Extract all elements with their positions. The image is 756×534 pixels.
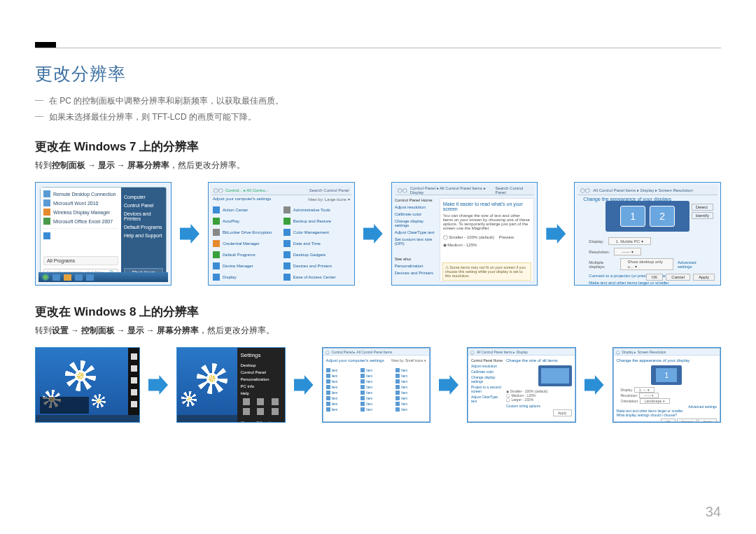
horizontal-rule (35, 48, 721, 48)
cp-item: Item (396, 402, 426, 406)
win8-heading: 更改在 Windows 8 上的分辨率 (35, 304, 721, 320)
win8-controlpanel-thumb: ◯Control Panel ▸ All Control Panel Items… (322, 347, 431, 423)
cp-item: Item (396, 385, 426, 389)
cp-item: Item (360, 374, 391, 378)
cp-item: Item (326, 391, 357, 395)
win7-subtext: 转到控制面板 → 显示 → 屏幕分辨率，然后更改分辨率。 (35, 160, 721, 171)
section-tab (35, 42, 56, 48)
arrow-icon (294, 375, 314, 395)
monitor-1-icon: 1 (620, 206, 645, 227)
cp-item: Item (360, 407, 391, 412)
page-title: 更改分辨率 (35, 62, 721, 85)
cp-item: Ease of Access Center (284, 273, 350, 282)
charms-bar (128, 348, 139, 422)
cp-item: Item (326, 385, 357, 389)
cp-item: Desktop Gadgets (284, 251, 350, 260)
cp-item: Date and Time (284, 239, 350, 248)
arrow-icon (546, 224, 566, 244)
cp-item: Item (360, 391, 391, 395)
clock-overlay (40, 397, 89, 414)
cp-item: Administrative Tools (284, 205, 350, 214)
win7-controlpanel-thumb: ◯◯Control... ▸ All Contro...Search Contr… (208, 182, 355, 286)
bullet-text: 在 PC 的控制面板中调整分辨率和刷新频率，以获取最佳画质。 (49, 95, 284, 107)
cp-item: Color Management (284, 227, 350, 237)
cp-item: Item (396, 374, 426, 378)
arrow-icon (363, 224, 383, 244)
cp-item: Backup and Restore (284, 216, 350, 225)
cp-item: Item (360, 385, 391, 389)
win7-heading: 更改在 Windows 7 上的分辨率 (35, 139, 721, 155)
cp-item: Item (326, 396, 357, 400)
bullet-text: 如果未选择最佳分辨率，则 TFT-LCD 的画质可能下降。 (49, 111, 256, 123)
win8-display-thumb: ◯All Control Panel Items ▸ Display Contr… (467, 347, 576, 423)
warning-banner: ⚠ Some items may not fit on your screen … (442, 262, 532, 281)
cp-item: Item (326, 368, 357, 372)
win8-subtext: 转到设置 → 控制面板 → 显示 → 屏幕分辨率，然后更改分辨率。 (35, 325, 721, 336)
win7-resolution-thumb: ◯◯All Control Panel Items ▸ Display ▸ Sc… (574, 182, 721, 286)
cp-item: Item (360, 368, 391, 372)
startmenu-item: Wireless Display Manager (43, 209, 118, 216)
startmenu-ie (43, 232, 118, 239)
cp-item: Item (360, 396, 391, 400)
cp-item: Device Manager (213, 262, 279, 271)
cp-item: Item (396, 368, 426, 372)
cp-item: Display (213, 273, 279, 282)
cp-item: Item (326, 407, 357, 412)
intro-bullets: 在 PC 的控制面板中调整分辨率和刷新频率，以获取最佳画质。 如果未选择最佳分辨… (35, 95, 721, 123)
win8-flow: Settings Desktop Control Panel Personali… (35, 347, 721, 423)
monitor-preview: 1 2 (606, 201, 690, 232)
startmenu-item: Remote Desktop Connection (43, 190, 118, 197)
win8-settings-thumb: Settings Desktop Control Panel Personali… (176, 347, 286, 423)
win8-resolution-thumb: ◯Display ▸ Screen Resolution Change the … (612, 347, 722, 423)
cp-item: Action Center (213, 205, 279, 214)
cp-item: Devices and Printers (284, 262, 350, 271)
cp-item: Item (396, 379, 426, 384)
arrow-icon (584, 375, 604, 395)
cp-item: Item (326, 402, 357, 406)
cp-item: Item (326, 379, 357, 384)
taskbar (38, 272, 168, 282)
cp-item: Item (396, 407, 426, 412)
cp-item: Item (360, 379, 391, 384)
settings-panel: Settings Desktop Control Panel Personali… (237, 348, 285, 422)
startmenu-item: Microsoft Word 2010 (43, 199, 118, 206)
cp-item: Item (396, 396, 426, 400)
win7-startmenu-thumb: Remote Desktop Connection Microsoft Word… (35, 182, 172, 286)
cp-item: BitLocker Drive Encryption (213, 227, 279, 237)
page-number: 34 (706, 504, 721, 520)
cp-item: Item (396, 391, 426, 395)
cp-item: Credential Manager (213, 239, 279, 248)
arrow-icon (439, 375, 458, 395)
monitor-2-icon: 2 (650, 206, 675, 227)
start-orb-icon (42, 274, 49, 281)
startmenu-item: Microsoft Office Excel 2007 (43, 218, 118, 225)
arrow-icon (180, 224, 200, 244)
cp-item: AutoPlay (213, 216, 279, 225)
adjust-text: Adjust your computer's settings (213, 197, 271, 201)
win8-desktop-thumb (35, 347, 140, 423)
cp-item: Default Programs (213, 251, 279, 260)
cp-item: Item (326, 374, 357, 378)
win7-display-thumb: ◯◯Control Panel ▸ All Control Panel Item… (391, 182, 538, 286)
win7-flow: Remote Desktop Connection Microsoft Word… (35, 182, 721, 286)
arrow-icon (148, 375, 168, 395)
cp-item: Item (360, 402, 391, 406)
all-programs: All Programs (43, 256, 118, 265)
